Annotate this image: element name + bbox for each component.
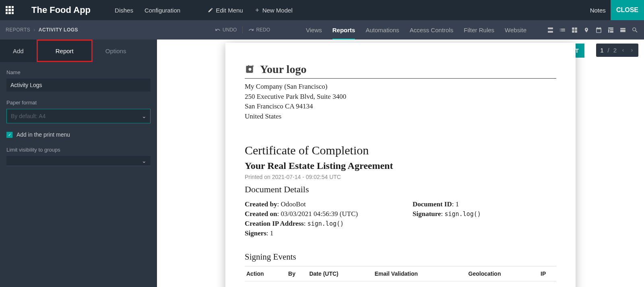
view-switcher	[547, 26, 638, 33]
report-page: Your logo My Company (San Francisco) 250…	[225, 43, 576, 287]
menu-dishes[interactable]: Dishes	[115, 7, 133, 14]
tab-reports[interactable]: Reports	[332, 27, 355, 39]
main: Add Report Options Name Paper format By …	[0, 40, 644, 287]
divider	[245, 78, 556, 79]
nav-tabs: Views Reports Automations Access Control…	[306, 27, 526, 33]
card-view-icon[interactable]	[547, 26, 554, 33]
topbar-menu: Dishes Configuration Edit Menu New Model	[115, 7, 293, 14]
apps-grid-icon[interactable]	[6, 6, 14, 14]
chevron-right-icon: ›	[33, 27, 35, 33]
undo-icon	[215, 27, 221, 33]
events-heading: Signing Events	[245, 252, 556, 262]
col-geo: Geolocation	[467, 266, 539, 281]
menu-edit-menu[interactable]: Edit Menu	[208, 7, 243, 14]
crumb-reports[interactable]: REPORTS	[6, 27, 30, 33]
printed-timestamp: Printed on 2021-07-14 - 09:02:54 UTC	[245, 174, 556, 180]
pivot-view-icon[interactable]	[607, 26, 614, 33]
pencil-icon	[208, 7, 213, 13]
doc-title: Certificate of Completion	[245, 144, 556, 157]
events-table: Action By Date (UTC) Email Validation Ge…	[245, 266, 556, 281]
col-by: By	[287, 266, 308, 281]
plus-icon	[254, 7, 260, 13]
logo-text: Your logo	[260, 63, 306, 76]
company-address: My Company (San Francisco) 250 Executive…	[245, 82, 556, 122]
camera-icon	[245, 64, 255, 75]
preview-pane: PRINT 1 / 2 Your logo My Company (San Fr…	[157, 40, 644, 287]
add-print-menu-checkbox[interactable]: ✓ Add in the print menu	[6, 131, 151, 138]
sidebar-tabs: Add Report Options	[0, 40, 157, 62]
map-pin-icon[interactable]	[583, 26, 590, 33]
menu-configuration[interactable]: Configuration	[144, 7, 180, 14]
details-grid: Created by: OdooBot Created on: 03/03/20…	[245, 200, 556, 239]
paper-format-label: Paper format	[6, 100, 151, 106]
topbar: The Food App Dishes Configuration Edit M…	[0, 0, 644, 20]
menu-new-model[interactable]: New Model	[254, 7, 293, 14]
activity-view-icon[interactable]	[619, 26, 626, 33]
redo-button[interactable]: REDO	[248, 27, 270, 33]
undo-redo: UNDO REDO	[215, 26, 270, 33]
notes-button[interactable]: Notes	[590, 7, 606, 14]
list-view-icon[interactable]	[559, 26, 566, 33]
crumb-activity-logs: ACTIVITY LOGS	[39, 27, 78, 33]
col-email: Email Validation	[373, 266, 467, 281]
paper-format-select[interactable]: By default: A4	[6, 109, 151, 123]
close-button[interactable]: CLOSE	[611, 0, 644, 20]
tab-filter-rules[interactable]: Filter Rules	[464, 27, 494, 39]
breadcrumb: REPORTS › ACTIVITY LOGS	[6, 27, 78, 33]
sidebar-tab-report[interactable]: Report	[37, 40, 93, 62]
app-title: The Food App	[31, 5, 91, 15]
sidebar: Add Report Options Name Paper format By …	[0, 40, 157, 287]
checkmark-icon: ✓	[6, 132, 12, 138]
sidebar-tab-add[interactable]: Add	[0, 40, 37, 62]
col-ip: IP	[539, 266, 556, 281]
calendar-view-icon[interactable]	[595, 26, 602, 33]
limit-groups-select[interactable]	[6, 156, 151, 166]
sidebar-tab-options[interactable]: Options	[93, 40, 139, 62]
redo-icon	[248, 27, 254, 33]
tab-views[interactable]: Views	[306, 27, 322, 39]
col-date: Date (UTC)	[308, 266, 373, 281]
tab-website[interactable]: Website	[505, 27, 526, 39]
logo-row: Your logo	[245, 63, 556, 76]
undo-button[interactable]: UNDO	[215, 27, 237, 33]
details-heading: Document Details	[245, 184, 556, 195]
search-icon[interactable]	[631, 26, 638, 33]
kanban-view-icon[interactable]	[571, 26, 578, 33]
col-action: Action	[245, 266, 287, 281]
secondary-bar: REPORTS › ACTIVITY LOGS UNDO REDO Views …	[0, 20, 644, 40]
name-label: Name	[6, 69, 151, 75]
sidebar-body: Name Paper format By default: A4 ⌄ ✓ Add…	[0, 62, 157, 173]
name-input[interactable]	[6, 79, 151, 92]
doc-subtitle: Your Real Estate Listing Agreement	[245, 160, 556, 171]
tab-automations[interactable]: Automations	[365, 27, 399, 39]
limit-groups-label: Limit visibility to groups	[6, 147, 151, 153]
tab-access-controls[interactable]: Access Controls	[410, 27, 453, 39]
